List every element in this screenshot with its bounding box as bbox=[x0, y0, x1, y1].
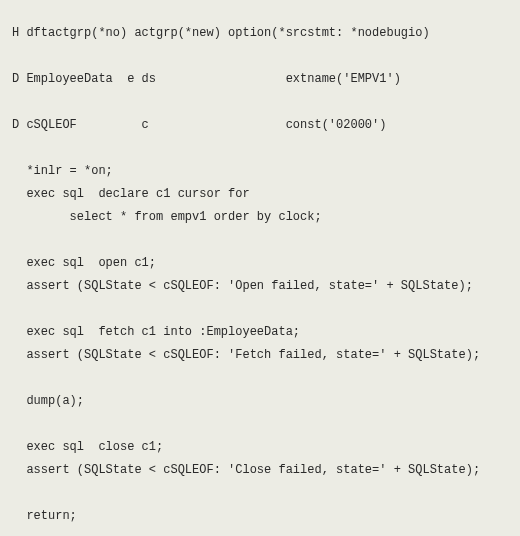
code-line: exec sql declare c1 cursor for bbox=[12, 187, 250, 201]
code-line: return; bbox=[12, 509, 77, 523]
code-line: assert (SQLState < cSQLEOF: 'Open failed… bbox=[12, 279, 473, 293]
code-line: H dftactgrp(*no) actgrp(*new) option(*sr… bbox=[12, 26, 430, 40]
code-line: assert (SQLState < cSQLEOF: 'Close faile… bbox=[12, 463, 480, 477]
code-block: H dftactgrp(*no) actgrp(*new) option(*sr… bbox=[0, 12, 520, 536]
code-line: exec sql fetch c1 into :EmployeeData; bbox=[12, 325, 300, 339]
code-line: *inlr = *on; bbox=[12, 164, 113, 178]
code-line: assert (SQLState < cSQLEOF: 'Fetch faile… bbox=[12, 348, 480, 362]
code-line: D cSQLEOF c const('02000') bbox=[12, 118, 386, 132]
code-line: D EmployeeData e ds extname('EMPV1') bbox=[12, 72, 401, 86]
code-line: select * from empv1 order by clock; bbox=[12, 210, 322, 224]
code-line: dump(a); bbox=[12, 394, 84, 408]
code-line: exec sql open c1; bbox=[12, 256, 156, 270]
code-line: exec sql close c1; bbox=[12, 440, 163, 454]
